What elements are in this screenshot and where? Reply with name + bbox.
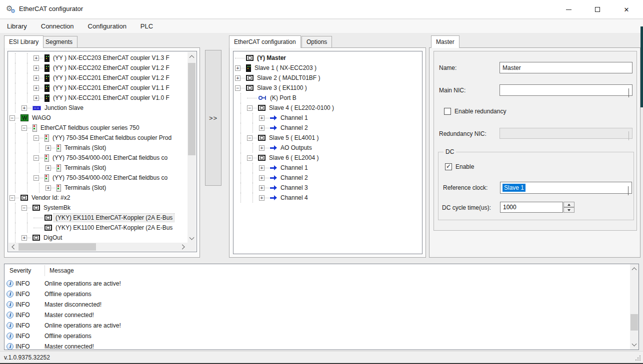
log-row[interactable]: INFOOnline operations are active!	[4, 320, 630, 331]
vscroll-thumb[interactable]	[188, 63, 196, 155]
tree-item[interactable]: −WAGO	[8, 113, 188, 123]
expand-icon[interactable]: +	[34, 65, 39, 71]
menu-configuration[interactable]: Configuration	[83, 20, 132, 32]
collapse-icon[interactable]: −	[247, 135, 252, 141]
checkbox-unchecked-icon[interactable]	[444, 108, 451, 115]
tree-item[interactable]: +Junction Slave	[8, 103, 188, 113]
tree-item[interactable]: +Terminals (Slot)	[8, 163, 188, 173]
log-column-severity[interactable]: Severity	[10, 267, 31, 274]
scroll-right-icon[interactable]	[180, 243, 188, 251]
tree-item[interactable]: −(YY) 750-354/000-001 EtherCat fieldbus …	[8, 153, 188, 163]
vscroll-thumb[interactable]	[630, 314, 638, 331]
expand-icon[interactable]: +	[259, 195, 264, 201]
log-row[interactable]: INFOMaster disconnected!	[4, 299, 630, 310]
expand-icon[interactable]: +	[259, 185, 264, 191]
close-button[interactable]: ✕	[615, 0, 638, 19]
scroll-up-icon[interactable]	[188, 52, 196, 60]
tree-item[interactable]: +Channel 2	[234, 173, 422, 183]
scroll-down-icon[interactable]	[630, 341, 638, 350]
expand-icon[interactable]: +	[259, 175, 264, 181]
scroll-up-icon[interactable]	[630, 264, 638, 273]
log-row[interactable]: INFOMaster connected!	[4, 341, 630, 350]
tree-item[interactable]: +(YY ) NX-ECC201 EtherCAT coupler V1.1 F	[8, 83, 188, 93]
log-row[interactable]: INFOMaster connected!	[4, 310, 630, 320]
menu-plc[interactable]: PLC	[136, 20, 158, 32]
expand-icon[interactable]: +	[259, 165, 264, 171]
tree-item[interactable]: +Channel 2	[234, 123, 422, 133]
collapse-icon[interactable]: −	[235, 85, 240, 91]
tree-item[interactable]: −SystemBk	[8, 203, 188, 213]
expand-icon[interactable]: +	[46, 145, 51, 151]
expand-icon[interactable]: +	[259, 115, 264, 121]
collapse-icon[interactable]: −	[34, 175, 39, 181]
tree-item[interactable]: (K) Port B	[234, 93, 422, 103]
tree-item[interactable]: −(YY) 750-354 EtherCat fieldbus coupler …	[8, 133, 188, 143]
collapse-icon[interactable]: −	[10, 195, 15, 201]
tab-esi-library[interactable]: ESI Library	[4, 35, 44, 48]
expand-icon[interactable]: +	[34, 55, 39, 61]
spin-down-button[interactable]	[564, 207, 574, 213]
collapse-icon[interactable]: −	[10, 115, 15, 121]
column-separator[interactable]	[44, 265, 45, 276]
expand-icon[interactable]: +	[34, 75, 39, 81]
add-to-configuration-button[interactable]: >>	[205, 50, 222, 186]
expand-icon[interactable]: +	[22, 235, 27, 241]
tab-segments[interactable]: Segments	[40, 36, 78, 47]
tree-item[interactable]: +AO Outputs	[234, 143, 422, 153]
main-nic-combo[interactable]	[500, 84, 632, 96]
expand-icon[interactable]: +	[235, 75, 240, 81]
tree-item[interactable]: +Terminals (Slot)	[8, 143, 188, 153]
resize-grip-icon[interactable]	[640, 360, 640, 361]
tree-item[interactable]: (YKY) EK1100 EtherCAT-Koppler (2A E-Bus	[8, 223, 188, 233]
tree-item[interactable]: +Channel 4	[234, 193, 422, 203]
tree-item[interactable]: +Channel 1	[234, 163, 422, 173]
esi-tree-hscrollbar[interactable]	[8, 243, 188, 251]
collapse-icon[interactable]: −	[22, 205, 27, 211]
tree-item[interactable]: (Y) Master	[234, 53, 422, 63]
tree-item[interactable]: +(YY ) NX-ECC201 EtherCAT coupler V1.2 F	[8, 73, 188, 83]
reference-clock-combo[interactable]: Slave 1	[500, 182, 632, 194]
expand-icon[interactable]: +	[46, 185, 51, 191]
expand-icon[interactable]: +	[34, 85, 39, 91]
tree-item[interactable]: +DigOut	[8, 233, 188, 243]
collapse-icon[interactable]: −	[34, 135, 39, 141]
collapse-icon[interactable]: −	[247, 155, 252, 161]
tab-ethercat-configuration[interactable]: EtherCAT configuration	[229, 35, 301, 48]
minimize-button[interactable]	[557, 0, 580, 19]
esi-tree-vscrollbar[interactable]	[188, 52, 196, 243]
tree-item[interactable]: +(YY ) NX-ECC203 EtherCAT coupler V1.3 F	[8, 53, 188, 63]
collapse-icon[interactable]: −	[247, 105, 252, 111]
tree-item[interactable]: −Slave 4 ( EL2202-0100 )	[234, 103, 422, 113]
tree-item[interactable]: −Slave 6 ( EL2004 )	[234, 153, 422, 163]
hscroll-thumb[interactable]	[18, 243, 96, 251]
tree-item[interactable]: +Channel 1	[234, 113, 422, 123]
scroll-down-icon[interactable]	[188, 235, 196, 243]
collapse-icon[interactable]: −	[34, 155, 39, 161]
name-input[interactable]	[500, 62, 632, 73]
tree-item[interactable]: +Slave 1 ( NX-ECC203 )	[234, 63, 422, 73]
tree-item[interactable]: −(YY) 750-354/000-002 EtherCat fieldbus …	[8, 173, 188, 183]
tree-item[interactable]: +Channel 3	[234, 183, 422, 193]
expand-icon[interactable]: +	[34, 95, 39, 101]
menu-library[interactable]: Library	[2, 20, 32, 32]
dc-cycle-time-input[interactable]	[500, 202, 563, 213]
expand-icon[interactable]: +	[259, 145, 264, 151]
tree-item[interactable]: +(YY ) NX-ECC202 EtherCAT coupler V1.2 F	[8, 63, 188, 73]
spin-up-button[interactable]	[564, 202, 574, 207]
checkbox-checked-icon[interactable]	[445, 163, 452, 170]
log-column-message[interactable]: Message	[50, 267, 74, 274]
log-row[interactable]: INFOOffline operations	[4, 289, 630, 299]
scroll-left-icon[interactable]	[8, 243, 17, 251]
dc-enable-checkbox[interactable]: Enable	[445, 163, 474, 170]
expand-icon[interactable]: +	[235, 65, 240, 71]
expand-icon[interactable]: +	[46, 165, 51, 171]
log-vscrollbar[interactable]	[630, 264, 638, 350]
tree-item[interactable]: +Terminals (Slot)	[8, 183, 188, 193]
maximize-button[interactable]	[586, 0, 609, 19]
log-row[interactable]: INFOOnline operations are active!	[4, 278, 630, 289]
tree-item[interactable]: +Slave 2 ( MADLT01BF )	[234, 73, 422, 83]
tree-item[interactable]: (YKY) EK1101 EtherCAT-Koppler (2A E-Bus	[8, 213, 188, 223]
expand-icon[interactable]: +	[22, 105, 27, 111]
tree-item[interactable]: −Slave 3 ( EK1100 )	[234, 83, 422, 93]
menu-connection[interactable]: Connection	[36, 20, 79, 32]
